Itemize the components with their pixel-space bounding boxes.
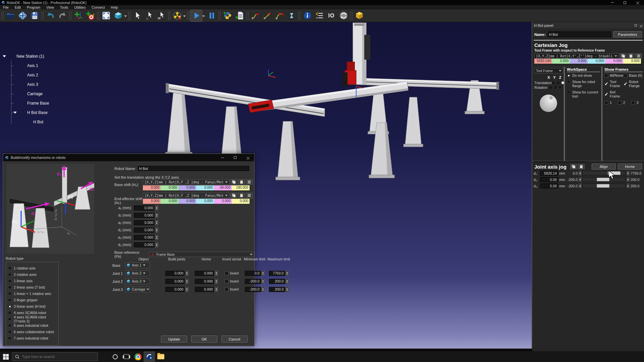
close-panel-icon[interactable] <box>640 24 642 27</box>
home-input[interactable] <box>195 287 214 292</box>
pause-simulation-button[interactable] <box>206 10 218 22</box>
robot-name-input[interactable] <box>548 32 611 37</box>
spinner-buttons[interactable] <box>155 213 158 218</box>
rotation-axis-dot[interactable] <box>558 86 562 89</box>
expander-icon[interactable] <box>3 55 6 57</box>
radio-icon[interactable] <box>8 337 11 340</box>
pose-value-cell[interactable]: 0.000 <box>605 59 623 64</box>
radio-icon[interactable] <box>8 324 11 327</box>
check-collisions-button[interactable] <box>171 10 183 22</box>
max-limit-input[interactable] <box>269 287 285 292</box>
add-target-button[interactable] <box>84 10 96 22</box>
checkbox-icon[interactable] <box>604 74 608 77</box>
workspace-option[interactable]: Do not show <box>567 73 600 77</box>
show-frame-option[interactable]: Base (0) <box>624 73 643 77</box>
task-view-button[interactable] <box>121 351 132 362</box>
tree-item[interactable]: New Station (1) <box>0 52 101 61</box>
pose-value-cell[interactable]: 0.000 <box>196 185 214 190</box>
move-joint-instruction-button[interactable] <box>249 10 261 22</box>
dh-field-input[interactable] <box>134 242 155 247</box>
numbered-frame-option[interactable]: 2 <box>618 101 625 105</box>
radio-icon[interactable] <box>8 298 11 302</box>
menu-item[interactable]: Utilities <box>71 5 89 9</box>
dh-field-input[interactable] <box>134 235 155 240</box>
tree-item[interactable]: H Bot <box>0 117 101 127</box>
toolbar-grip[interactable] <box>218 12 221 20</box>
radio-icon[interactable] <box>8 292 11 295</box>
robot-type-option[interactable]: 1 linear axis <box>8 278 58 284</box>
dialog-maximize-button[interactable] <box>229 155 241 160</box>
spinner-buttons[interactable] <box>185 279 189 284</box>
checkbox-icon[interactable] <box>631 101 635 105</box>
radio-icon[interactable] <box>567 90 570 94</box>
spinner-buttons[interactable] <box>214 271 218 276</box>
toolbar-grip[interactable] <box>128 12 130 20</box>
min-limit-input[interactable] <box>245 271 261 276</box>
copy-joints-button[interactable] <box>570 164 577 169</box>
play-simulation-button[interactable] <box>190 10 202 22</box>
radio-icon[interactable] <box>567 74 570 77</box>
toolbar-grip[interactable] <box>41 12 44 20</box>
tree-item[interactable]: Carriage <box>0 89 101 99</box>
checkbox-icon[interactable] <box>604 101 608 105</box>
translation-axis-dot[interactable] <box>561 81 565 84</box>
min-limit-input[interactable] <box>245 287 261 292</box>
add-program-button[interactable] <box>233 10 246 22</box>
show-instructions-button[interactable] <box>301 10 313 22</box>
dialog-close-button[interactable] <box>241 155 254 160</box>
add-reference-frame-button[interactable] <box>72 10 84 22</box>
workspace-option[interactable]: Show for current tool <box>567 90 600 98</box>
robot-type-option[interactable]: 6 axes industrial robot <box>8 322 58 328</box>
base-shift-format-select[interactable]: [X,Y,Z]mm | Rot[X,Y ,Z ]deg - Fanuc/Moto… <box>143 179 229 185</box>
spinner-buttons[interactable] <box>285 279 289 284</box>
menu-item[interactable]: Tools <box>57 5 71 9</box>
pose-value-cell[interactable]: 0.000 <box>143 185 161 190</box>
spinner-buttons[interactable] <box>214 279 218 284</box>
start-button[interactable] <box>0 351 11 362</box>
pose-menu-button[interactable] <box>635 53 642 59</box>
invert-checkbox[interactable] <box>225 272 228 275</box>
file-explorer-button[interactable] <box>155 351 166 362</box>
pose-value-cell[interactable]: 0.000 <box>623 59 641 64</box>
add-python-program-button[interactable] <box>221 10 233 22</box>
spinner-buttons[interactable] <box>155 242 158 247</box>
spinner-buttons[interactable] <box>185 287 189 292</box>
spinner-buttons[interactable] <box>214 287 218 292</box>
robodk-taskbar-button[interactable] <box>144 351 155 362</box>
show-frame-option[interactable]: Ref. Frame <box>604 90 624 98</box>
home-input[interactable] <box>195 271 214 276</box>
copy-pose-button[interactable] <box>620 53 627 59</box>
numbered-frame-option[interactable]: 1 <box>604 101 612 105</box>
max-limit-input[interactable] <box>269 271 285 276</box>
search-input[interactable] <box>22 355 89 359</box>
chrome-taskbar-button[interactable] <box>132 351 144 362</box>
pose-value-cell[interactable]: 0.000 <box>178 199 196 204</box>
workspace-option[interactable]: Show for robot flange <box>567 80 600 88</box>
spinner-buttons[interactable] <box>261 271 265 276</box>
open-file-button[interactable] <box>4 10 16 22</box>
rotation-axis-dot[interactable] <box>554 86 557 89</box>
move-reference-cursor-button[interactable] <box>143 10 155 22</box>
robot-type-option[interactable]: 2 rotative axes <box>8 271 58 278</box>
pose-value-cell[interactable]: 180.000 <box>232 185 250 190</box>
pose-value-cell[interactable]: 0.000 <box>143 199 161 204</box>
jog-minus-button[interactable] <box>579 184 582 188</box>
pose-value-cell[interactable]: 0.000 <box>232 199 250 204</box>
pose-value-cell[interactable]: 0.000 <box>552 59 570 64</box>
spinner-buttons[interactable] <box>261 279 265 284</box>
online-library-button[interactable] <box>16 10 29 22</box>
pose-value-cell[interactable]: 0.000 <box>161 185 178 190</box>
joint-value-input[interactable] <box>540 171 558 176</box>
add-plugin-button[interactable] <box>353 10 365 22</box>
dialog-title-bar[interactable]: Build/modify mechanisms or robots <box>3 154 254 161</box>
toolbar-grip[interactable] <box>350 12 353 20</box>
jog-minus-button[interactable] <box>579 177 582 182</box>
robot-type-option[interactable]: 3 linear axes (H bot) <box>8 303 58 309</box>
min-limit-input[interactable] <box>245 279 261 284</box>
undo-button[interactable] <box>44 10 56 22</box>
ok-button[interactable]: OK <box>191 336 217 343</box>
joint-object-select[interactable]: Axis 3 <box>125 279 150 284</box>
build-joint-input[interactable] <box>165 279 185 284</box>
toolbar-grip[interactable] <box>187 12 190 20</box>
copy-pose-button[interactable] <box>230 179 237 185</box>
